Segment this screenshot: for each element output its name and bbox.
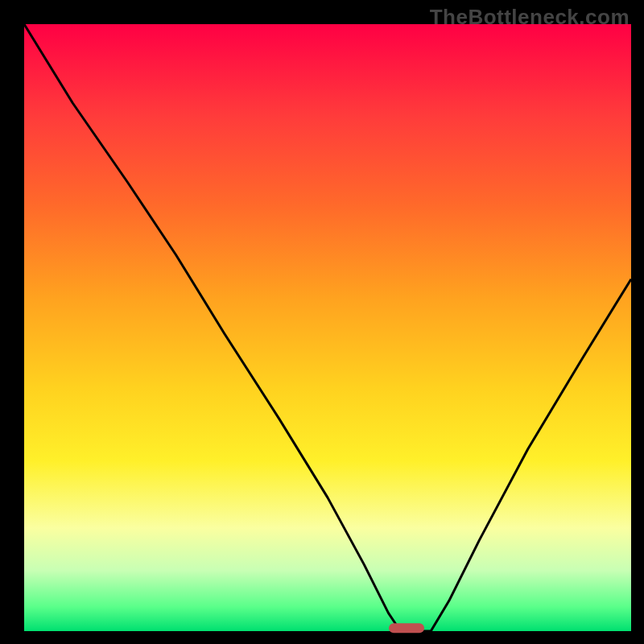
plot-background [24, 24, 631, 631]
bottleneck-chart [0, 0, 644, 644]
watermark-text: TheBottleneck.com [430, 5, 630, 30]
chart-frame: TheBottleneck.com [0, 0, 644, 644]
optimum-marker [389, 623, 424, 633]
